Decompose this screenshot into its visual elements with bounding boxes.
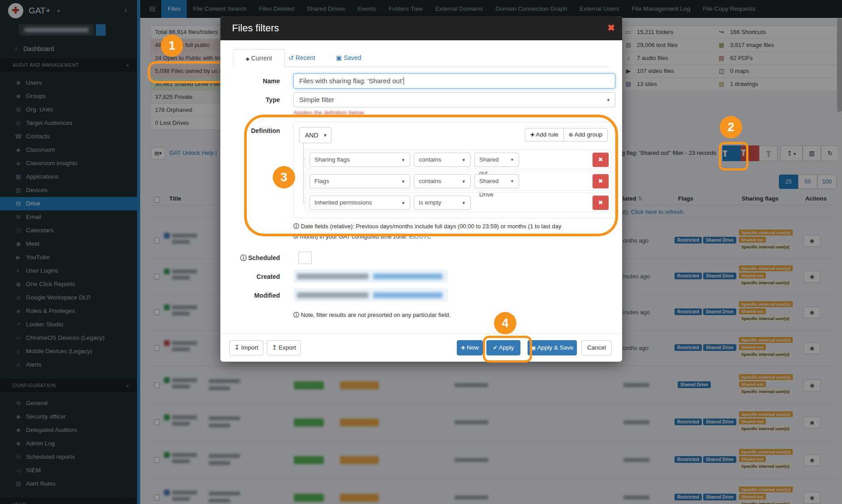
import-icon: ↧ [234, 344, 239, 351]
new-button[interactable]: ✚ New [457, 340, 483, 355]
scheduled-label: ⓘ Scheduled [220, 254, 280, 262]
annotation-ring-step2 [719, 142, 748, 171]
history-icon: ↺ [288, 54, 294, 61]
filter-type-select[interactable]: Simple filter ▾ [293, 92, 615, 107]
tab-recent[interactable]: ↺ Recent [288, 54, 315, 61]
export-icon: ↥ [272, 344, 277, 351]
type-label: Type [220, 96, 280, 103]
created-label: Created [220, 273, 280, 280]
created-value-redacted [293, 269, 448, 283]
tag-icon: ◆ [245, 56, 249, 61]
name-label: Name [220, 77, 280, 85]
chevron-down-icon: ▾ [607, 93, 610, 107]
annotation-ring-step4 [483, 336, 532, 363]
modified-label: Modified [220, 292, 280, 299]
text-cursor [404, 77, 404, 85]
cancel-button[interactable]: Cancel [581, 340, 612, 355]
modified-value-redacted [293, 288, 448, 302]
annotation-step-3: 3 [273, 166, 295, 188]
scheduled-checkbox[interactable] [298, 252, 312, 264]
modal-title: Files filters [232, 22, 279, 34]
annotation-step-2: 2 [720, 116, 742, 138]
tab-current[interactable]: ◆ Current [233, 49, 285, 67]
modal-header: Files filters ✖ [220, 16, 622, 40]
annotation-step-4: 4 [494, 312, 516, 334]
annotation-ring-step3 [244, 115, 618, 236]
tab-saved[interactable]: ▣ Saved [336, 54, 361, 61]
import-button[interactable]: ↧ Import [229, 340, 263, 355]
presort-note: ⓘ Note, filter results are not presorted… [293, 311, 451, 319]
apply-save-button[interactable]: ▣ Apply & Save [528, 340, 577, 355]
save-icon: ▣ [336, 54, 342, 61]
close-icon[interactable]: ✖ [607, 22, 615, 33]
annotation-step-1: 1 [161, 34, 183, 57]
plus-icon: ✚ [461, 345, 465, 350]
filter-name-input[interactable]: Files with sharing flag: 'Shared out' [293, 73, 615, 89]
export-filter-button[interactable]: ↥ Export [267, 340, 301, 355]
